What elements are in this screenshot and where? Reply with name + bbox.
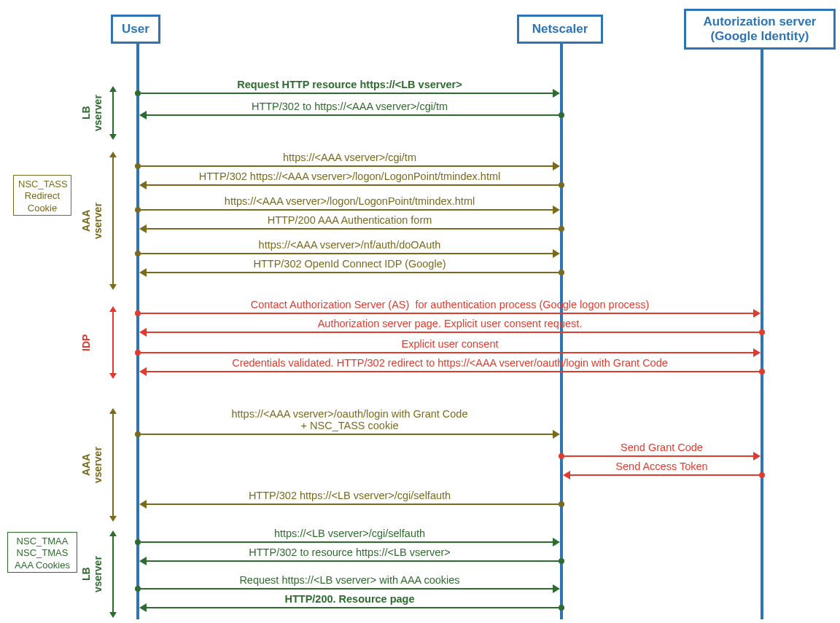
phase-label-idp: IDP — [80, 318, 92, 367]
msg-line-3 — [145, 184, 559, 186]
msg-dot-0 — [135, 90, 141, 96]
msg-dot-2 — [135, 163, 141, 169]
msg-label-0: Request HTTP resource https://<LB vserve… — [138, 79, 561, 90]
msg-line-2 — [141, 165, 554, 167]
phase-arrow-dn-idp — [109, 373, 117, 379]
msg-line-7 — [145, 272, 559, 273]
msg-label-13: Send Grant Code — [561, 442, 762, 453]
msg-dot-6 — [135, 251, 141, 256]
msg-line-0 — [141, 93, 554, 94]
phase-arrow-up-aaa1 — [109, 152, 117, 157]
msg-line-12 — [141, 434, 554, 435]
msg-dot-1 — [559, 112, 564, 118]
msg-dot-15 — [559, 501, 564, 507]
phase-arrow-up-lb1 — [109, 86, 117, 92]
sequence-diagram: UserNetscalerAutorization server(Google … — [0, 0, 840, 623]
msg-label-18: Request https://<LB vserver> with AAA co… — [138, 574, 561, 586]
phase-arrow-up-idp — [109, 306, 117, 312]
phase-line-aaa2 — [112, 412, 114, 517]
msg-label-6: https://<AAA vserver>/nf/auth/doOAuth — [138, 239, 561, 251]
phase-label-aaa2: AAAvserver — [80, 440, 104, 490]
participant-netscaler: Netscaler — [517, 15, 603, 44]
phase-label-lb1: LBvserver — [80, 88, 104, 138]
phase-arrow-up-aaa2 — [109, 408, 117, 414]
msg-label-4: https://<AAA vserver>/logon/LogonPoint/t… — [138, 195, 561, 207]
msg-dot-11 — [759, 369, 765, 375]
phase-arrow-dn-lb2 — [109, 612, 117, 618]
msg-label-2: https://<AAA vserver>/cgi/tm — [138, 152, 561, 163]
msg-dot-5 — [559, 226, 564, 232]
msg-line-1 — [145, 114, 559, 116]
msg-line-10 — [141, 352, 755, 353]
phase-arrow-dn-aaa1 — [109, 284, 117, 290]
msg-line-8 — [141, 313, 755, 314]
phase-arrow-up-lb2 — [109, 530, 117, 536]
msg-line-16 — [141, 541, 554, 543]
msg-dot-7 — [559, 270, 564, 275]
msg-line-11 — [145, 371, 759, 372]
msg-label-7: HTTP/302 OpenId Connect IDP (Google) — [138, 258, 561, 270]
msg-label-17: HTTP/302 to resource https://<LB vserver… — [138, 546, 561, 558]
msg-label-1: HTTP/302 to https://<AAA vserver>/cgi/tm — [138, 101, 561, 112]
participant-auth: Autorization server(Google Identity) — [684, 9, 836, 50]
msg-label-15: HTTP/302 https://<LB vserver>/cgi/selfau… — [138, 490, 561, 501]
msg-dot-4 — [135, 207, 141, 213]
msg-label-14: Send Access Token — [561, 461, 762, 472]
msg-dot-16 — [135, 539, 141, 545]
msg-label-5: HTTP/200 AAA Authentication form — [138, 214, 561, 226]
msg-line-5 — [145, 228, 559, 230]
msg-line-14 — [569, 474, 759, 476]
msg-dot-19 — [559, 605, 564, 611]
msg-dot-17 — [559, 558, 564, 564]
msg-dot-12 — [135, 431, 141, 437]
phase-arrow-dn-lb1 — [109, 134, 117, 140]
participant-user: User — [111, 15, 160, 44]
phase-label-lb2: LBvserver — [80, 549, 104, 599]
msg-line-15 — [145, 504, 559, 505]
msg-dot-13 — [559, 453, 564, 459]
phase-line-lb1 — [112, 90, 114, 136]
msg-dot-18 — [135, 586, 141, 592]
msg-line-6 — [141, 253, 554, 254]
msg-line-17 — [145, 560, 559, 562]
msg-dot-3 — [559, 182, 564, 188]
msg-label-9: Authorization server page. Explicit user… — [138, 318, 762, 329]
phase-line-lb2 — [112, 535, 114, 614]
msg-label-12: https://<AAA vserver>/oauth/login with G… — [138, 408, 561, 431]
phase-line-idp — [112, 310, 114, 375]
msg-label-19: HTTP/200. Resource page — [138, 593, 561, 605]
msg-label-16: https://<LB vserver>/cgi/selfauth — [138, 528, 561, 539]
note-nsc_cookies: NSC_TMAANSC_TMASAAA Cookies — [7, 532, 77, 573]
msg-line-19 — [145, 607, 559, 608]
msg-dot-14 — [759, 472, 765, 478]
phase-line-aaa1 — [112, 156, 114, 286]
msg-label-11: Credentials validated. HTTP/302 redirect… — [138, 357, 762, 369]
msg-line-13 — [564, 455, 755, 457]
msg-label-3: HTTP/302 https://<AAA vserver>/logon/Log… — [138, 171, 561, 182]
msg-dot-10 — [135, 350, 141, 356]
msg-dot-9 — [759, 329, 765, 335]
note-nsc_tass: NSC_TASSRedirectCookie — [13, 175, 71, 216]
msg-label-10: Explicit user consent — [138, 338, 762, 350]
msg-dot-8 — [135, 310, 141, 316]
msg-line-4 — [141, 209, 554, 211]
msg-label-8: Contact Authorization Server (AS) for au… — [138, 299, 762, 310]
phase-label-aaa1: AAAvserver — [80, 196, 104, 246]
phase-arrow-dn-aaa2 — [109, 516, 117, 522]
msg-line-18 — [141, 588, 554, 589]
msg-line-9 — [145, 332, 759, 333]
